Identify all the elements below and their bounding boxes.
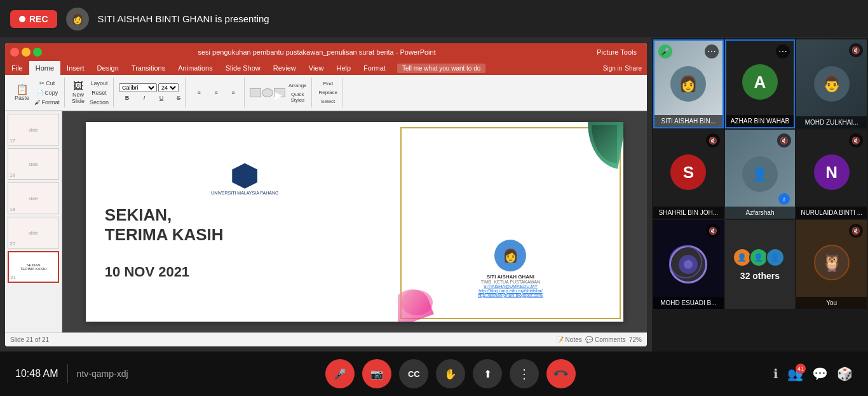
replace-btn[interactable]: Replace bbox=[317, 88, 339, 97]
ppt-maximize-button[interactable] bbox=[33, 48, 42, 57]
azhar-name: AZHAR BIN WAHAB bbox=[726, 115, 794, 127]
ppt-minimize-button[interactable] bbox=[22, 48, 31, 57]
tab-review[interactable]: Review bbox=[267, 61, 302, 75]
slide-thumb-20[interactable]: slide 20 bbox=[8, 217, 59, 249]
tab-help[interactable]: Help bbox=[330, 61, 357, 75]
tab-insert[interactable]: Insert bbox=[60, 61, 91, 75]
underline-btn[interactable]: U bbox=[153, 93, 170, 102]
slide-panel[interactable]: slide 17 slide 18 slide 19 slide 20 bbox=[5, 111, 62, 332]
rec-button[interactable]: REC bbox=[10, 10, 57, 28]
shape-oval[interactable] bbox=[262, 88, 273, 97]
italic-btn[interactable]: I bbox=[136, 93, 153, 102]
you-avatar: 🦉 bbox=[814, 245, 850, 280]
tab-home[interactable]: Home bbox=[29, 61, 60, 75]
strikethrough-btn[interactable]: S bbox=[170, 93, 187, 102]
profile-url2[interactable]: http://aishah-ghani.blogspot.com/ bbox=[478, 293, 543, 297]
more-options-button[interactable]: ⋮ bbox=[510, 359, 539, 388]
mic-button[interactable]: 🎤 bbox=[325, 359, 355, 388]
cut-btn[interactable]: ✂ Cut bbox=[32, 79, 62, 88]
arrange-btn[interactable]: Arrange bbox=[287, 81, 308, 90]
signin-label[interactable]: Sign in bbox=[603, 65, 623, 72]
captions-button[interactable]: CC bbox=[399, 359, 428, 388]
hand-button[interactable]: ✋ bbox=[436, 359, 465, 388]
comments-btn[interactable]: 💬 Comments bbox=[585, 336, 625, 343]
find-btn[interactable]: Find bbox=[317, 79, 339, 88]
reset-btn[interactable]: Reset bbox=[88, 88, 111, 97]
slide-thumb-18[interactable]: slide 18 bbox=[8, 148, 59, 180]
ppt-close-button[interactable] bbox=[10, 48, 19, 57]
paste-btn[interactable]: 📋Paste bbox=[13, 83, 31, 102]
tab-transitions[interactable]: Transitions bbox=[125, 61, 172, 75]
font-select[interactable]: Calibri bbox=[119, 83, 157, 92]
align-right-btn[interactable]: ≡ bbox=[225, 88, 241, 97]
video-button[interactable]: 📷 bbox=[362, 359, 391, 388]
info-button[interactable]: ℹ bbox=[773, 366, 778, 381]
tab-animations[interactable]: Animations bbox=[172, 61, 219, 75]
tab-view[interactable]: View bbox=[302, 61, 330, 75]
shape-arrow[interactable]: ▶ bbox=[274, 88, 285, 97]
participants-panel: 👩 ⋯ 🎤 SITI AISHAH BIN... A ⋯ AZHAR BIN W… bbox=[652, 38, 868, 352]
participant-tile-mohdesuadi[interactable]: 🔇 MOHD ESUADI B... bbox=[653, 220, 724, 309]
tab-slideshow[interactable]: Slide Show bbox=[219, 61, 267, 75]
sekian-text: SEKIAN,TERIMA KASIH bbox=[105, 205, 385, 245]
shahril-mic-icon: 🔇 bbox=[706, 133, 720, 147]
slide-canvas: UNIVERSITI MALAYSIA PAHANG SEKIAN,TERIMA… bbox=[86, 122, 623, 321]
share-button[interactable]: ⬆ bbox=[473, 359, 502, 388]
ppt-status-right: 📝 Notes 💬 Comments 72% bbox=[556, 336, 642, 343]
logo-text: UNIVERSITI MALAYSIA PAHANG bbox=[105, 191, 385, 195]
select-btn[interactable]: Select bbox=[317, 97, 339, 106]
participant-tile-azfar[interactable]: 👤 🔇 r Azfarshah bbox=[725, 130, 796, 219]
profile-email[interactable]: SITIAISHA@UMP.EDU.MY bbox=[478, 284, 543, 289]
layout-btn[interactable]: Layout bbox=[88, 79, 111, 88]
share-label[interactable]: Share bbox=[625, 65, 642, 72]
participant-tile-mohdzul[interactable]: 👨 🔇 MOHD ZULKHAI... bbox=[796, 39, 867, 128]
leaf-decoration bbox=[579, 122, 623, 179]
slide-main[interactable]: UNIVERSITI MALAYSIA PAHANG SEKIAN,TERIMA… bbox=[62, 111, 647, 332]
profile-url1[interactable]: http://blog.ump.edu.my/sitiaisha/ bbox=[478, 289, 543, 293]
azhar-avatar: A bbox=[742, 64, 778, 100]
siti-name: SITI AISHAH BIN... bbox=[654, 115, 722, 127]
slide-thumb-19[interactable]: slide 19 bbox=[8, 182, 59, 214]
paragraph-group: ≡ ≡ ≡ bbox=[188, 78, 245, 107]
ppt-titlebar: sesi pengukuhan pembantu pustakawan_penu… bbox=[5, 43, 647, 61]
ppt-title: sesi pengukuhan pembantu pustakawan_penu… bbox=[42, 48, 592, 56]
chat-button[interactable]: 💬 bbox=[812, 366, 828, 381]
clipboard-group: 📋Paste ✂ Cut 📄 Copy 🖌 Format bbox=[10, 78, 65, 107]
azhar-more-btn[interactable]: ⋯ bbox=[776, 44, 790, 58]
participant-tile-siti[interactable]: 👩 ⋯ 🎤 SITI AISHAH BIN... bbox=[653, 39, 724, 128]
font-size-select[interactable]: 24 bbox=[158, 83, 179, 92]
tab-format[interactable]: Format bbox=[357, 61, 392, 75]
section-btn[interactable]: Section bbox=[88, 98, 111, 107]
nurulaida-muted-icon: 🔇 bbox=[851, 137, 860, 145]
new-slide-btn[interactable]: 🖼NewSlide bbox=[70, 80, 86, 106]
align-left-btn[interactable]: ≡ bbox=[191, 88, 207, 97]
siti-more-btn[interactable]: ⋯ bbox=[705, 44, 719, 58]
participant-tile-shahril[interactable]: S 🔇 SHAHRIL BIN JOH... bbox=[653, 130, 724, 219]
separator bbox=[67, 364, 68, 383]
bold-btn[interactable]: B bbox=[119, 93, 135, 102]
you-mic-icon: 🔇 bbox=[849, 224, 863, 238]
quick-styles-btn[interactable]: QuickStyles bbox=[287, 90, 308, 104]
logo-shape bbox=[232, 163, 257, 189]
participants-button[interactable]: 👥 41 bbox=[787, 366, 803, 381]
participant-tile-nurulaida[interactable]: N 🔇 NURULAIDA BINTI ... bbox=[796, 130, 867, 219]
copy-btn[interactable]: 📄 Copy bbox=[32, 88, 62, 97]
tab-file[interactable]: File bbox=[5, 61, 29, 75]
participant-tile-others[interactable]: 👤 👤 👤 32 others bbox=[725, 220, 796, 309]
tab-design[interactable]: Design bbox=[91, 61, 125, 75]
slide-thumb-17[interactable]: slide 17 bbox=[8, 114, 59, 146]
participant-tile-you[interactable]: 🦉 🔇 You bbox=[796, 220, 867, 309]
participant-tile-azhar[interactable]: A ⋯ AZHAR BIN WAHAB bbox=[725, 39, 796, 128]
tell-me-input[interactable]: Tell me what you want to do bbox=[397, 64, 485, 73]
slide-content: UNIVERSITI MALAYSIA PAHANG SEKIAN,TERIMA… bbox=[86, 122, 623, 321]
notes-btn[interactable]: 📝 Notes bbox=[556, 336, 582, 343]
ppt-window: sesi pengukuhan pembantu pustakawan_penu… bbox=[5, 43, 647, 346]
end-call-button[interactable]: 📞 bbox=[546, 359, 576, 388]
activities-button[interactable]: 🎲 bbox=[837, 366, 853, 381]
format-painter-btn[interactable]: 🖌 Format bbox=[32, 98, 62, 107]
shape-rect[interactable] bbox=[250, 88, 261, 97]
info-icon: ℹ bbox=[773, 367, 778, 381]
slide-thumb-21[interactable]: SEKIANTERIMA KASIH 21 bbox=[8, 251, 59, 283]
align-center-btn[interactable]: ≡ bbox=[208, 88, 224, 97]
mohdesuadi-mic-icon: 🔇 bbox=[706, 224, 720, 238]
